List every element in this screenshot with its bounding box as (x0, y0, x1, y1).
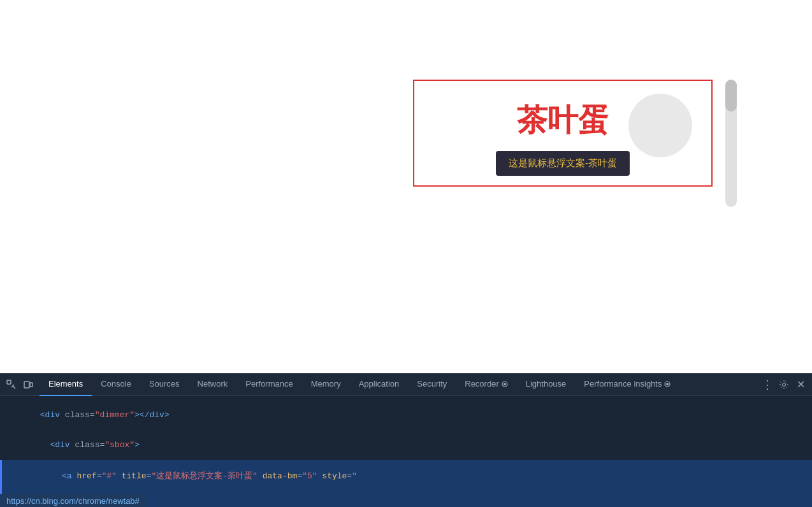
svg-rect-0 (7, 380, 11, 384)
gray-circle-decoration (628, 94, 692, 157)
devtools-close-icon[interactable]: ✕ (794, 378, 807, 391)
tab-recorder-label: Recorder (465, 379, 498, 389)
code-line-3-selected[interactable]: <a href="#" title="这是鼠标悬浮文案-茶叶蛋" data-bm… (0, 460, 812, 492)
svg-rect-2 (30, 383, 33, 387)
devtools-settings-icon[interactable] (778, 378, 790, 391)
tooltip: 这是鼠标悬浮文案-茶叶蛋 (496, 151, 630, 176)
tab-performance[interactable]: Performance (236, 373, 301, 396)
tab-elements[interactable]: Elements (40, 373, 92, 396)
svg-point-6 (666, 383, 669, 385)
tab-memory[interactable]: Memory (302, 373, 350, 396)
devtools-code-area: <div class="dimmer"></div> <div class="s… (0, 396, 812, 507)
tab-sources[interactable]: Sources (140, 373, 189, 396)
preview-box: 茶叶蛋 这是鼠标悬浮文案-茶叶蛋 (413, 80, 713, 187)
code-line-1: <div class="dimmer"></div> (0, 400, 812, 430)
device-toolbar-icon[interactable] (22, 378, 34, 391)
tab-performance-insights[interactable]: Performance insights (575, 373, 679, 396)
devtools-tabs-bar: Elements Console Sources Network Perform… (0, 373, 812, 396)
tab-application[interactable]: Application (350, 373, 409, 396)
scroll-thumb[interactable] (725, 80, 737, 111)
svg-rect-1 (24, 382, 29, 388)
chinese-title: 茶叶蛋 (517, 100, 609, 141)
tab-security[interactable]: Security (408, 373, 456, 396)
svg-point-4 (504, 383, 506, 385)
tab-recorder[interactable]: Recorder (456, 373, 516, 396)
devtools-more-icon[interactable]: ⋮ (761, 378, 774, 391)
tab-lighthouse[interactable]: Lighthouse (517, 373, 576, 396)
tab-network[interactable]: Network (189, 373, 237, 396)
url-bar: https://cn.bing.com/chrome/newtab# (0, 494, 146, 507)
code-line-2: <div class="sbox"> (0, 430, 812, 460)
tab-perf-insights-label: Performance insights (584, 379, 662, 389)
tab-console[interactable]: Console (92, 373, 140, 396)
scrollbar[interactable] (725, 80, 737, 207)
inspect-element-icon[interactable] (5, 378, 18, 391)
devtools-panel: Elements Console Sources Network Perform… (0, 373, 812, 507)
devtools-left-icons (0, 378, 40, 391)
